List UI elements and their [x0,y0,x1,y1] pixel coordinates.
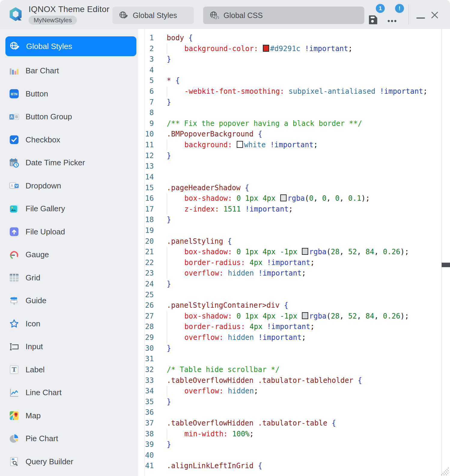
header-bar: IQNOX Theme Editor MyNewStyles Global St… [0,0,450,29]
sidebar-item-date-time-picker[interactable]: Date Time Picker [0,151,137,175]
code-line: 7} [138,97,442,108]
globe-brush-icon [119,11,128,20]
line-number: 2 [138,44,154,54]
sidebar-item-query-builder[interactable]: Query Builder [0,450,137,473]
sidebar-item-label: Input [26,342,43,351]
dropdown-icon: A [9,181,19,191]
color-swatch[interactable] [237,141,243,148]
color-swatch[interactable] [280,194,287,201]
code-line: 8 [138,108,442,118]
sidebar-item-label: Icon [26,319,40,328]
code-line: 39} [138,439,442,450]
gutter-divider [144,29,144,476]
sidebar-item-label: Global Styles [26,42,72,51]
sidebar-item-dropdown[interactable]: ADropdown [0,174,137,197]
code-line: 35} [138,397,442,407]
indent-guide [167,429,184,440]
code-line: 19 [138,225,442,236]
line-number: 10 [138,129,154,140]
code-line: 33.tableOverflowHidden .tabulator-tableh… [138,375,442,386]
line-number: 14 [138,172,154,183]
code-line: 41.alignLinkLeftInGrid { [138,461,442,471]
line-number: 21 [138,247,154,258]
line-number: 34 [138,386,154,397]
sidebar-item-file-upload[interactable]: File Upload [0,220,137,243]
code-line: 15.pageHeaderShadow { [138,183,442,194]
code-text: border-radius: 4px !important; [167,322,315,332]
code-line: 13 [138,161,442,172]
sidebar-item-input[interactable]: Input [0,335,137,359]
indent-guide [167,86,184,97]
line-number: 39 [138,439,154,450]
line-number: 1 [138,33,154,44]
globe-code-icon: </> [210,11,219,20]
code-line: 37.tableOverflowHidden .tabulator-table … [138,418,442,429]
line-number: 18 [138,215,154,225]
sidebar-item-label: File Upload [26,227,65,236]
code-text: } [167,97,171,108]
code-text: background: white !important; [167,140,318,151]
save-button[interactable]: 1 [368,8,383,25]
tab-global-styles[interactable]: Global Styles [112,7,194,24]
line-number: 30 [138,343,154,354]
sidebar-item-checkbox[interactable]: Checkbox [0,128,137,151]
map-icon [9,410,19,421]
svg-text:</>: </> [213,15,219,20]
code-line: 24} [138,279,442,290]
sidebar-item-line-chart[interactable]: Line Chart [0,381,137,404]
indent-guide [167,140,184,151]
color-swatch[interactable] [302,312,308,319]
code-text: /** Fix the popover having a black borde… [167,118,362,129]
code-text: .panelStylingContainer>div { [167,300,288,311]
color-swatch[interactable] [302,248,308,255]
sidebar-item-icon[interactable]: Icon [0,312,137,335]
sidebar-item-map[interactable]: Map [0,404,137,427]
sidebar-item-global-styles[interactable]: Global Styles [5,36,136,56]
code-line: 17z-index: 1511 !important; [138,204,442,215]
sidebar-item-button[interactable]: BTNButton [0,82,137,105]
line-number: 13 [138,161,154,172]
more-options-button[interactable]: ! [387,8,403,25]
sidebar-item-gauge[interactable]: Gauge [0,243,137,267]
line-number: 9 [138,118,154,129]
close-button[interactable] [430,10,439,20]
sidebar-item-label[interactable]: TLabel [0,358,137,381]
code-line: 21box-shadow: 0 1px 4px -1px rgba(28, 52… [138,247,442,258]
sidebar-item-grid[interactable]: Grid [0,266,137,289]
iqnox-logo-icon [8,7,23,22]
sidebar-item-button-group[interactable]: ABButton Group [0,105,137,129]
minimize-button[interactable] [416,17,425,19]
line-number: 15 [138,183,154,194]
code-line: 30} [138,343,442,354]
code-line: 38min-width: 100%; [138,429,442,440]
code-line: 29overflow: hidden !important; [138,332,442,343]
tab-global-css[interactable]: </>Global CSS [203,7,364,24]
line-number: 27 [138,311,154,322]
code-text: background-color: #d9291c !important; [167,44,352,54]
sidebar-item-pie-chart[interactable]: Pie Chart [0,427,137,450]
line-number: 32 [138,365,154,375]
line-number: 40 [138,450,154,461]
sidebar-item-file-gallery[interactable]: File Gallery [0,197,137,221]
line-number: 3 [138,54,154,65]
code-line: 20.panelStyling { [138,236,442,247]
code-text: } [167,343,171,354]
css-code-editor[interactable]: 1body {2background-color: #d9291c !impor… [138,29,442,476]
indent-guide [167,193,184,204]
code-line: 16box-shadow: 0 1px 4px rgba(0, 0, 0, 0.… [138,193,442,204]
sidebar-item-guide[interactable]: Guide [0,289,137,313]
code-text: } [167,279,171,290]
panel-resize-handle[interactable] [442,263,450,267]
line-number: 8 [138,108,154,118]
sidebar-item-label: File Gallery [26,204,65,213]
sidebar-item-bar-chart[interactable]: Bar Chart [0,60,137,83]
window-resize-grip[interactable] [437,463,450,476]
code-text: .alignLinkLeftInGrid { [167,461,262,471]
indent-guide [167,322,184,332]
save-count-badge: 1 [376,4,385,13]
code-line: 40 [138,450,442,461]
sidebar-item-label: Button [26,89,48,99]
line-number: 7 [138,97,154,108]
date-time-picker-icon [9,158,19,168]
color-swatch[interactable] [263,45,269,52]
